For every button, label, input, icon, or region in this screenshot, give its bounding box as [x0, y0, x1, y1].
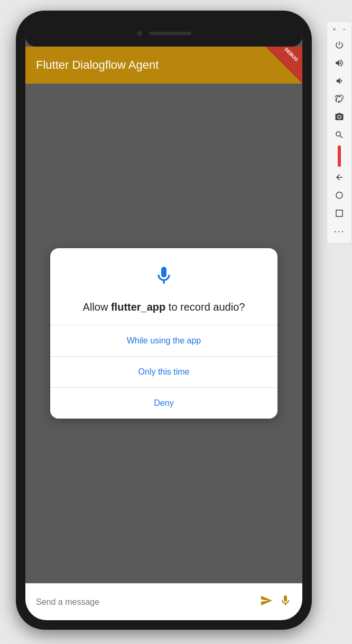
volume-up-icon[interactable]: [331, 55, 348, 71]
sidebar-top-bar: × −: [327, 25, 351, 33]
emulator-sidebar: × −: [327, 21, 352, 243]
app-header: Flutter Dialogflow Agent DEBUG: [25, 47, 302, 84]
minimize-button[interactable]: −: [342, 26, 346, 32]
power-icon[interactable]: [331, 37, 348, 53]
zoom-icon[interactable]: [331, 126, 348, 143]
more-options-icon[interactable]: ···: [331, 223, 348, 240]
phone-outer-shell: Flutter Dialogflow Agent DEBUG: [16, 11, 312, 630]
phone-device: Flutter Dialogflow Agent DEBUG: [16, 11, 312, 630]
send-icon[interactable]: [260, 594, 273, 610]
mic-input-icon[interactable]: [279, 594, 292, 610]
close-button[interactable]: ×: [332, 26, 336, 32]
back-icon[interactable]: [331, 169, 348, 186]
svg-point-1: [336, 192, 342, 198]
option-deny[interactable]: Deny: [50, 388, 277, 419]
screen-body: Allow flutter_app to record audio? While…: [25, 84, 302, 583]
phone-notch: [25, 20, 302, 47]
message-input[interactable]: [36, 597, 254, 607]
sidebar-red-bar: [338, 146, 341, 167]
speaker-bar: [149, 32, 191, 35]
rotate-icon[interactable]: [331, 90, 348, 107]
phone-screen: Flutter Dialogflow Agent DEBUG: [25, 20, 302, 620]
app-title: Flutter Dialogflow Agent: [36, 58, 159, 72]
dialog-title: Allow flutter_app to record audio?: [63, 300, 265, 314]
svg-rect-2: [336, 210, 342, 216]
volume-down-icon[interactable]: [331, 72, 348, 89]
dialog-header: Allow flutter_app to record audio?: [50, 248, 277, 325]
option-only-this-time[interactable]: Only this time: [50, 357, 277, 387]
bottom-bar: [25, 583, 302, 620]
permission-dialog: Allow flutter_app to record audio? While…: [50, 248, 277, 419]
camera-dot: [136, 30, 143, 37]
app-name-bold: flutter_app: [111, 301, 165, 313]
svg-point-0: [338, 116, 341, 119]
screenshot-icon[interactable]: [331, 108, 348, 125]
phone-screen-area: Flutter Dialogflow Agent DEBUG: [25, 20, 302, 620]
microphone-icon: [63, 265, 265, 291]
option-while-using[interactable]: While using the app: [50, 325, 277, 356]
home-icon[interactable]: [331, 187, 348, 204]
recents-icon[interactable]: [331, 205, 348, 222]
